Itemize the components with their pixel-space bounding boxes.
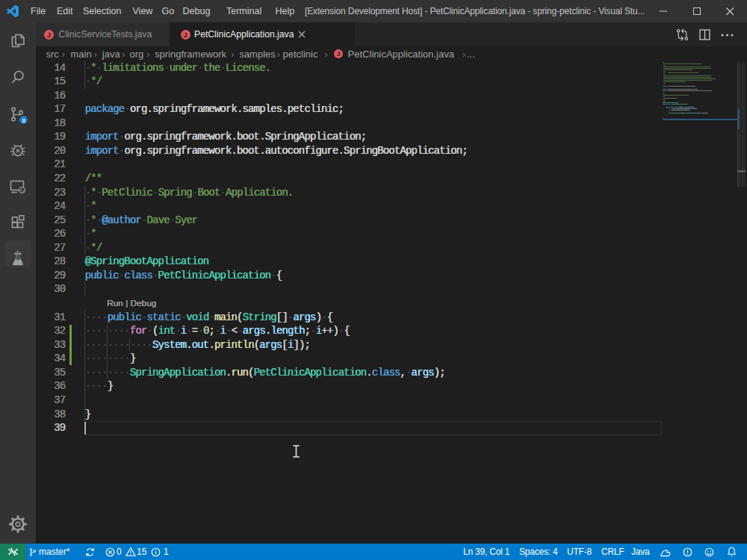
svg-text:3: 3 bbox=[22, 117, 25, 124]
